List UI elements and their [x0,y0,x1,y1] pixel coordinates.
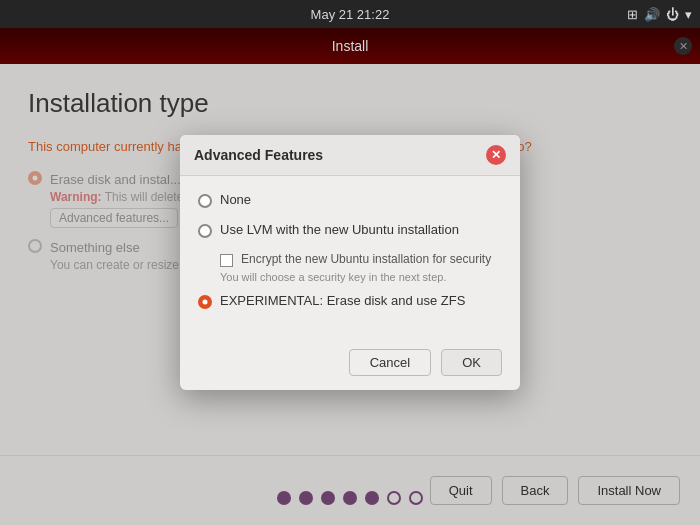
modal-sub-option-encrypt[interactable]: Encrypt the new Ubuntu installation for … [220,252,502,267]
modal-footer: Cancel OK [180,339,520,390]
modal-close-icon: ✕ [491,148,501,162]
modal-radio-lvm[interactable] [198,224,212,238]
modal-option-zfs-label: EXPERIMENTAL: Erase disk and use ZFS [220,293,465,308]
modal-option-zfs[interactable]: EXPERIMENTAL: Erase disk and use ZFS [198,293,502,309]
modal-radio-zfs[interactable] [198,295,212,309]
modal-overlay: Advanced Features ✕ None Use LVM with th… [0,0,700,525]
modal-header: Advanced Features ✕ [180,135,520,176]
modal-option-lvm[interactable]: Use LVM with the new Ubuntu installation [198,222,502,238]
modal-encrypt-desc: You will choose a security key in the ne… [220,271,502,283]
modal-body: None Use LVM with the new Ubuntu install… [180,176,520,339]
modal-close-button[interactable]: ✕ [486,145,506,165]
advanced-features-dialog: Advanced Features ✕ None Use LVM with th… [180,135,520,390]
modal-title: Advanced Features [194,147,323,163]
modal-ok-button[interactable]: OK [441,349,502,376]
modal-checkbox-encrypt[interactable] [220,254,233,267]
modal-radio-none[interactable] [198,194,212,208]
modal-option-none[interactable]: None [198,192,502,208]
modal-cancel-button[interactable]: Cancel [349,349,431,376]
modal-encrypt-label: Encrypt the new Ubuntu installation for … [241,252,491,266]
modal-option-none-label: None [220,192,251,207]
modal-option-lvm-label: Use LVM with the new Ubuntu installation [220,222,459,237]
